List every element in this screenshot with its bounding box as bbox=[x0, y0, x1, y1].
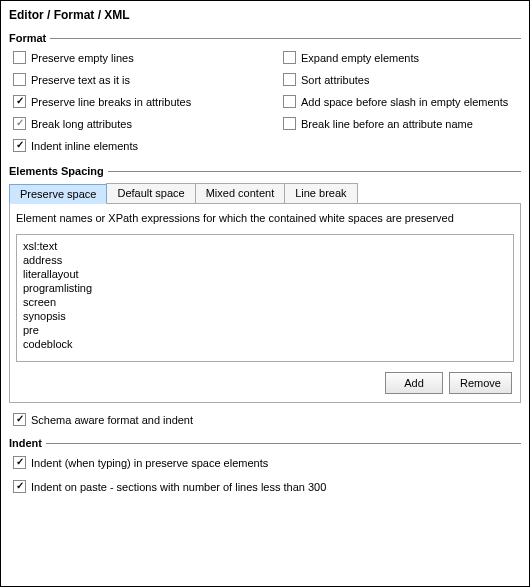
indent-0-label: Indent (when typing) in preserve space e… bbox=[31, 457, 268, 469]
format-right-3-row: Break line before an attribute name bbox=[283, 116, 521, 131]
format-left-1-row: Preserve text as it is bbox=[13, 72, 279, 87]
breadcrumb: Editor / Format / XML bbox=[9, 6, 521, 28]
format-right-0-label: Expand empty elements bbox=[301, 52, 419, 64]
tabs-bar: Preserve spaceDefault spaceMixed content… bbox=[9, 183, 521, 204]
remove-button[interactable]: Remove bbox=[449, 372, 512, 394]
format-right-1-checkbox[interactable] bbox=[283, 73, 296, 86]
list-item[interactable]: address bbox=[23, 253, 507, 267]
format-left-2-row: Preserve line breaks in attributes bbox=[13, 94, 279, 109]
format-left-4-checkbox[interactable] bbox=[13, 139, 26, 152]
format-right-2-row: Add space before slash in empty elements bbox=[283, 94, 521, 109]
format-options-grid: Preserve empty linesPreserve text as it … bbox=[9, 50, 521, 153]
format-left-3-checkbox[interactable] bbox=[13, 117, 26, 130]
indent-0-checkbox[interactable] bbox=[13, 456, 26, 469]
tab-line-break[interactable]: Line break bbox=[284, 183, 357, 203]
format-left-column: Preserve empty linesPreserve text as it … bbox=[9, 50, 279, 153]
preserve-space-listbox[interactable]: xsl:textaddressliterallayoutprogramlisti… bbox=[16, 234, 514, 362]
tab-preserve-space[interactable]: Preserve space bbox=[9, 184, 107, 204]
add-button[interactable]: Add bbox=[385, 372, 443, 394]
indent-1-row: Indent on paste - sections with number o… bbox=[13, 479, 521, 494]
format-right-2-checkbox[interactable] bbox=[283, 95, 296, 108]
schema-aware-row: Schema aware format and indent bbox=[9, 403, 521, 429]
divider bbox=[46, 443, 521, 444]
schema-aware-checkbox[interactable] bbox=[13, 413, 26, 426]
format-left-0-row: Preserve empty lines bbox=[13, 50, 279, 65]
list-item[interactable]: literallayout bbox=[23, 267, 507, 281]
format-right-3-checkbox[interactable] bbox=[283, 117, 296, 130]
list-item[interactable]: programlisting bbox=[23, 281, 507, 295]
divider bbox=[50, 38, 521, 39]
format-left-3-label: Break long attributes bbox=[31, 118, 132, 130]
list-item[interactable]: pre bbox=[23, 323, 507, 337]
indent-1-label: Indent on paste - sections with number o… bbox=[31, 481, 326, 493]
indent-options-column: Indent (when typing) in preserve space e… bbox=[9, 455, 521, 494]
format-right-3-label: Break line before an attribute name bbox=[301, 118, 473, 130]
elements-spacing-group: Elements Spacing Preserve spaceDefault s… bbox=[9, 165, 521, 429]
indent-group-title: Indent bbox=[9, 437, 42, 449]
format-left-2-checkbox[interactable] bbox=[13, 95, 26, 108]
tab-description: Element names or XPath expressions for w… bbox=[16, 210, 514, 234]
tab-default-space[interactable]: Default space bbox=[106, 183, 195, 203]
tab-content: Element names or XPath expressions for w… bbox=[9, 204, 521, 403]
format-left-0-checkbox[interactable] bbox=[13, 51, 26, 64]
indent-1-checkbox[interactable] bbox=[13, 480, 26, 493]
elements-spacing-header: Elements Spacing bbox=[9, 165, 521, 177]
format-left-1-checkbox[interactable] bbox=[13, 73, 26, 86]
format-left-3-row: Break long attributes bbox=[13, 116, 279, 131]
format-group-header: Format bbox=[9, 32, 521, 44]
elements-spacing-title: Elements Spacing bbox=[9, 165, 104, 177]
format-right-1-row: Sort attributes bbox=[283, 72, 521, 87]
format-right-column: Expand empty elementsSort attributesAdd … bbox=[279, 50, 521, 153]
schema-aware-label: Schema aware format and indent bbox=[31, 414, 193, 426]
format-left-0-label: Preserve empty lines bbox=[31, 52, 134, 64]
indent-group: Indent Indent (when typing) in preserve … bbox=[9, 437, 521, 494]
format-right-0-checkbox[interactable] bbox=[283, 51, 296, 64]
indent-group-header: Indent bbox=[9, 437, 521, 449]
format-left-1-label: Preserve text as it is bbox=[31, 74, 130, 86]
format-right-2-label: Add space before slash in empty elements bbox=[301, 96, 508, 108]
format-right-0-row: Expand empty elements bbox=[283, 50, 521, 65]
format-left-4-label: Indent inline elements bbox=[31, 140, 138, 152]
format-left-4-row: Indent inline elements bbox=[13, 138, 279, 153]
indent-0-row: Indent (when typing) in preserve space e… bbox=[13, 455, 521, 470]
list-item[interactable]: codeblock bbox=[23, 337, 507, 351]
button-row: Add Remove bbox=[16, 362, 514, 396]
tab-mixed-content[interactable]: Mixed content bbox=[195, 183, 285, 203]
format-right-1-label: Sort attributes bbox=[301, 74, 369, 86]
format-left-2-label: Preserve line breaks in attributes bbox=[31, 96, 191, 108]
preferences-panel: Editor / Format / XML Format Preserve em… bbox=[0, 0, 530, 587]
divider bbox=[108, 171, 521, 172]
list-item[interactable]: screen bbox=[23, 295, 507, 309]
list-item[interactable]: synopsis bbox=[23, 309, 507, 323]
list-item[interactable]: xsl:text bbox=[23, 239, 507, 253]
format-group: Format Preserve empty linesPreserve text… bbox=[9, 32, 521, 153]
format-group-title: Format bbox=[9, 32, 46, 44]
